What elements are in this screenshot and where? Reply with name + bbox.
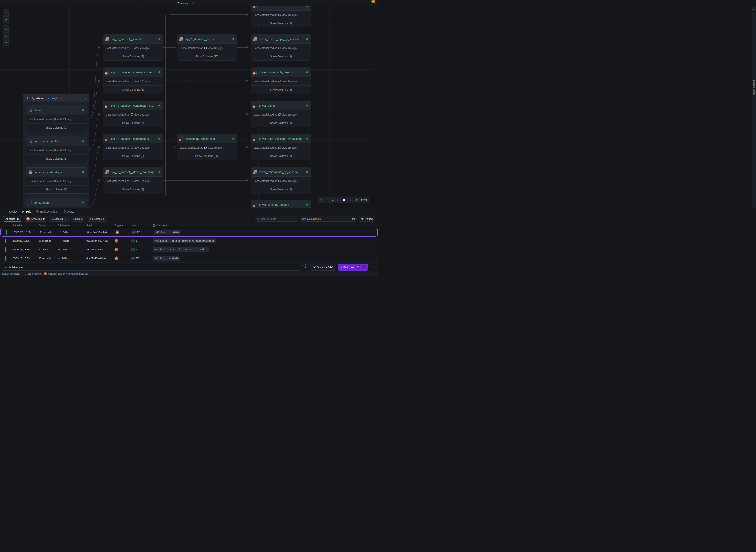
dag-node-stg-circuits[interactable]: </> stg_f1_dataset__circuits Last Materi… [103, 34, 163, 60]
show-columns-button[interactable]: Show Columns (3) [251, 19, 311, 27]
table-row[interactable]: 26/09/23, 13:35 9 seconds Ad hoc 432f06e… [0, 245, 378, 254]
view-icon [278, 80, 281, 83]
downstream-arrow-icon[interactable]: → [3, 25, 9, 32]
adhoc-icon [58, 248, 60, 251]
show-columns-button[interactable]: Show Columns (3) [251, 152, 311, 160]
branch-selector[interactable]: main [176, 2, 188, 5]
table-icon: </> [106, 71, 109, 74]
show-columns-button[interactable]: Show Columns (3) [251, 52, 311, 60]
col-run-id: Run Id [87, 224, 115, 227]
table-row[interactable]: 26/09/23, 13:36 25 seconds Ad hoc 9525be… [0, 237, 378, 245]
show-columns-button[interactable]: Show Columns (3) [251, 185, 311, 193]
help-icon[interactable]: ? [303, 264, 308, 270]
source-group-panel[interactable]: f1_dataset Google... circuits Last Mater… [23, 94, 89, 208]
dag-node-constructors[interactable]: constructors [26, 198, 87, 207]
table-row[interactable]: 26/09/23, 13:38 35 seconds Ad hoc 8dde34… [0, 228, 378, 237]
dag-node-finishes-by-constructor[interactable]: </> finishes_by_constructor Last Materia… [177, 134, 237, 160]
zoom-controls: ↔ 128% [318, 197, 369, 203]
zoom-out-icon[interactable] [332, 198, 335, 201]
show-columns-button[interactable]: Show Columns (3) [251, 86, 311, 94]
connector-dot-icon [48, 98, 49, 99]
notifications-bell-icon[interactable]: 39 [369, 1, 373, 5]
visualize-dag-button[interactable]: Visualize DAG [310, 264, 336, 271]
filter-successful[interactable]: Successful 9 [49, 216, 68, 222]
command-more-button[interactable]: ⋯ [370, 265, 376, 269]
dag-node-stg-driver-standings[interactable]: </> stg_f1_dataset__driver_standings Las… [103, 167, 163, 193]
adhoc-icon [58, 240, 60, 242]
builds-table: 26/09/23, 13:38 35 seconds Ad hoc 8dde34… [0, 228, 378, 263]
source-plug-icon [25, 97, 29, 100]
status-dot [306, 204, 308, 205]
filter-icon[interactable] [3, 16, 9, 23]
tab-build[interactable]: ▷ Build [22, 208, 31, 215]
filter-my-builds[interactable]: OZ My builds 9 [24, 216, 47, 222]
both-directions-icon[interactable]: ⇄ [3, 39, 9, 46]
tab-build-scheduler[interactable]: Build scheduler [36, 208, 58, 215]
view-icon [130, 80, 133, 83]
table-icon [28, 201, 32, 204]
collapse-group-icon[interactable] [85, 97, 87, 99]
dag-node-driver-points[interactable]: </> driver_points Last Materialized as v… [251, 101, 311, 127]
status-dot [158, 38, 160, 40]
show-columns-button[interactable]: Show Columns (9) [26, 124, 87, 132]
panel-tab-bar: Deploy ▷ Build Build scheduler Alerts [0, 208, 378, 215]
tab-deploy[interactable]: Deploy [9, 208, 18, 215]
table-icon: </> [254, 137, 257, 140]
show-columns-button[interactable]: Show Columns (9) [103, 52, 163, 60]
filter-all-builds[interactable]: All builds 11 [3, 216, 22, 222]
dag-node-stg-races[interactable]: </> stg_f1_dataset__races Last Materiali… [177, 34, 237, 60]
collapse-bottom-icon[interactable] [3, 211, 4, 212]
dag-node-driver-pole-positions[interactable]: </> driver_pole_positions_by_season Last… [251, 134, 311, 160]
topbar-more-button[interactable]: ⋯ [199, 1, 202, 5]
status-dot [82, 201, 84, 203]
code-badge-icon: </> [253, 72, 255, 75]
chevron-up-icon[interactable] [320, 199, 321, 201]
build-now-button[interactable]: ▷ Build now ⌘ ↵ [338, 264, 368, 271]
branch-name: main [180, 2, 186, 5]
show-columns-button[interactable]: Show Columns (5) [26, 154, 87, 163]
col-jobs: Jobs [131, 224, 153, 227]
dag-node-partial-top[interactable]: </> Last Materialized as view 1m ago Sho… [251, 6, 311, 27]
show-columns-button[interactable]: Show Columns (7) [103, 119, 163, 127]
show-columns-button[interactable]: Show Columns (5) [103, 152, 163, 160]
tab-alerts[interactable]: Alerts [63, 208, 74, 215]
calendar-icon [352, 218, 355, 220]
show-columns-button[interactable]: Show Columns (3) [251, 119, 311, 127]
dag-node-driver-retirements[interactable]: </> driver_retirements_by_season Last Ma… [251, 167, 311, 193]
avatar: OZ [115, 256, 118, 260]
fit-width-icon[interactable]: ↔ [325, 198, 328, 202]
dag-node-constructor-standings[interactable]: constructor_standings Last Materialized … [26, 167, 87, 194]
build-command-input[interactable] [2, 264, 301, 271]
show-columns-button[interactable]: Show Columns (5) [103, 86, 163, 94]
show-columns-button[interactable]: Show Columns (7) [103, 185, 163, 193]
show-columns-button[interactable]: Show Columns (7) [26, 185, 87, 193]
dag-node-stg-constructors[interactable]: </> stg_f1_dataset__constructors Last Ma… [103, 134, 163, 160]
dag-icon [313, 266, 316, 269]
dag-node-stg-constructor-standings[interactable]: </> stg_f1_dataset__constructor_st... La… [103, 101, 163, 127]
show-columns-button[interactable]: Show Columns (33) [177, 152, 237, 160]
filter-failed[interactable]: Failed 2 [70, 216, 85, 222]
dag-node-circuits[interactable]: circuits Last Materialized as table 15d … [26, 106, 87, 132]
dag-node-constructor-results[interactable]: constructor_results Last Materialized as… [26, 137, 87, 163]
view-icon [278, 180, 281, 182]
table-row[interactable]: 26/09/23, 13:33 38 seconds Ad hoc 4d4219… [0, 254, 378, 263]
dag-node-driver-podiums[interactable]: </> driver_podiums_by_season Last Materi… [251, 67, 311, 94]
dag-node-driver-fastest-laps[interactable]: </> driver_fastest_laps_by_season Last M… [251, 34, 311, 60]
zoom-in-icon[interactable] [356, 198, 359, 201]
show-columns-button[interactable]: Show Columns (17) [177, 52, 237, 60]
date-range-picker[interactable]: 27/08/2023 00:00 – [300, 216, 357, 222]
upstream-arrow-icon[interactable]: ← [3, 32, 9, 39]
status-dot [232, 138, 234, 140]
search-icon[interactable] [3, 10, 9, 16]
jobs-check-icon: ✓ [132, 231, 136, 234]
dag-node-driver-wins[interactable]: </> driver_wins_by_season [251, 200, 311, 208]
reload-button[interactable]: ⟳ Reload [359, 216, 375, 222]
search-builds-input[interactable] [261, 218, 293, 220]
filter-in-progress[interactable]: In progress 0 [87, 216, 107, 222]
dag-node-stg-constructor-results[interactable]: </> stg_f1_dataset__constructor_re... La… [103, 67, 163, 94]
zoom-slider[interactable] [337, 200, 354, 200]
dag-canvas[interactable]: → ← ⇄ f1_dataset Google... [0, 6, 374, 208]
sync-button[interactable]: ⟳ [192, 1, 195, 5]
node-title: stg_f1_dataset__races [185, 37, 231, 41]
group-panel-header[interactable]: f1_dataset Google... [23, 94, 89, 102]
